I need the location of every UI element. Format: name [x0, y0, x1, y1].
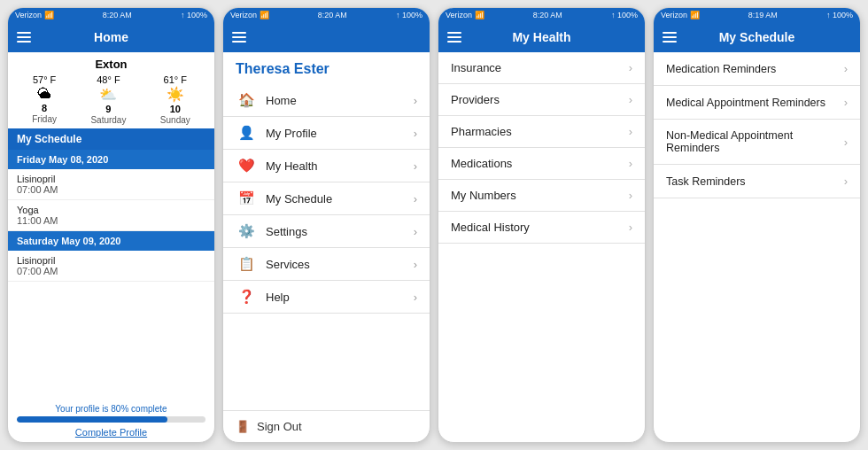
label-medications: Medications: [451, 157, 629, 170]
phone-myhealth: Verizon 📶 8:20 AM ↑ 100% My Health Insur…: [438, 7, 646, 443]
health-item-insurance[interactable]: Insurance ›: [438, 52, 645, 84]
schedule-date-1: Saturday May 09, 2020: [8, 231, 214, 251]
chevron-icon: ›: [414, 291, 417, 304]
status-time: 8:19 AM: [748, 11, 778, 19]
weather-day-1: 48° F ⛅ 9 Saturday: [90, 74, 126, 125]
health-item-providers[interactable]: Providers ›: [438, 84, 645, 116]
status-time: 8:20 AM: [533, 11, 562, 19]
schedule-item-lisinopril-sat: Lisinopril 07:00 AM: [8, 251, 214, 282]
health-header: My Health: [438, 22, 645, 52]
health-menu-list: Insurance › Providers › Pharmacies › Med…: [438, 52, 645, 442]
chevron-icon: ›: [414, 225, 417, 238]
menu-label-profile: My Profile: [266, 127, 414, 140]
chevron-icon: ›: [844, 175, 848, 188]
header-title: My Schedule: [719, 30, 795, 44]
reminder-medical-appt[interactable]: Medical Appointment Reminders ›: [654, 86, 860, 120]
menu-item-settings[interactable]: ⚙️ Settings ›: [223, 215, 430, 248]
chevron-icon: ›: [414, 258, 417, 271]
profile-progress-text: Your profile is 80% complete: [55, 404, 167, 414]
signout-icon: 🚪: [236, 420, 250, 433]
menu-item-home[interactable]: 🏠 Home ›: [223, 84, 430, 117]
chevron-icon: ›: [414, 127, 417, 140]
day-num-1: 9: [105, 104, 111, 114]
menu-item-schedule[interactable]: 📅 My Schedule ›: [223, 182, 430, 215]
services-icon: 📋: [236, 256, 257, 272]
weather-icon-2: ☀️: [167, 86, 184, 103]
menu-item-profile[interactable]: 👤 My Profile ›: [223, 117, 430, 150]
health-icon: ❤️: [236, 158, 257, 174]
status-bar-schedule: Verizon 📶 8:19 AM ↑ 100%: [654, 8, 860, 22]
weather-day-0: 57° F 🌥 8 Friday: [32, 74, 57, 125]
reminder-medication[interactable]: Medication Reminders ›: [654, 52, 860, 86]
weather-icon-1: ⛅: [99, 86, 117, 103]
menu-item-services[interactable]: 📋 Services ›: [223, 248, 430, 281]
day-num-0: 8: [42, 103, 47, 113]
label-task-reminders: Task Reminders: [666, 175, 844, 188]
city-name: Exton: [15, 58, 207, 71]
header-title: My Health: [512, 30, 570, 44]
home-icon: 🏠: [236, 92, 257, 108]
weather-icon-0: 🌥: [37, 86, 51, 102]
status-carrier: Verizon 📶: [230, 11, 269, 19]
status-battery: ↑ 100%: [611, 11, 638, 19]
label-medical-appt-reminders: Medical Appointment Reminders: [666, 97, 844, 109]
status-battery: ↑ 100%: [826, 11, 853, 19]
day-name-2: Sunday: [160, 115, 190, 125]
status-carrier: Verizon 📶: [446, 11, 484, 19]
temp-0: 57° F: [33, 74, 56, 85]
temp-1: 48° F: [97, 74, 120, 85]
sign-out-button[interactable]: 🚪 Sign Out: [223, 410, 430, 442]
schedule-icon: 📅: [236, 190, 257, 206]
settings-icon: ⚙️: [236, 223, 257, 239]
hamburger-menu[interactable]: [663, 32, 677, 43]
schedule-item-lisinopril-fri: Lisinopril 07:00 AM: [8, 169, 214, 200]
menu-item-health[interactable]: ❤️ My Health ›: [223, 150, 430, 182]
reminder-nonmedical-appt[interactable]: Non-Medical Appointment Reminders ›: [654, 120, 860, 165]
status-bar-home: Verizon 📶 8:20 AM ↑ 100%: [8, 8, 214, 22]
health-item-mynumbers[interactable]: My Numbers ›: [438, 180, 645, 212]
hamburger-menu[interactable]: [447, 32, 461, 43]
progress-bar-bg: [17, 416, 205, 423]
chevron-icon: ›: [844, 62, 848, 75]
my-schedule-header: My Schedule: [8, 128, 214, 150]
menu-label-services: Services: [266, 258, 414, 271]
health-item-medhistory[interactable]: Medical History ›: [438, 212, 645, 244]
phone-myschedule: Verizon 📶 8:19 AM ↑ 100% My Schedule Med…: [653, 7, 861, 443]
temp-2: 61° F: [164, 74, 187, 85]
menu-label-health: My Health: [266, 159, 414, 173]
status-battery: ↑ 100%: [181, 11, 207, 19]
profile-progress-section: Your profile is 80% complete: [8, 399, 214, 427]
chevron-icon: ›: [844, 136, 848, 149]
status-carrier: Verizon 📶: [661, 11, 700, 19]
label-pharmacies: Pharmacies: [451, 125, 629, 138]
weather-row: 57° F 🌥 8 Friday 48° F ⛅ 9 Saturday 61° …: [15, 74, 207, 125]
health-item-pharmacies[interactable]: Pharmacies ›: [438, 116, 645, 148]
reminder-task[interactable]: Task Reminders ›: [654, 165, 860, 198]
menu-list: 🏠 Home › 👤 My Profile › ❤️ My Health › 📅…: [223, 84, 430, 410]
health-item-medications[interactable]: Medications ›: [438, 148, 645, 180]
reminders-list: Medication Reminders › Medical Appointme…: [654, 52, 860, 442]
chevron-icon: ›: [629, 61, 632, 74]
chevron-icon: ›: [414, 159, 417, 173]
menu-item-help[interactable]: ❓ Help ›: [223, 281, 430, 314]
hamburger-menu[interactable]: [232, 32, 246, 43]
help-icon: ❓: [236, 289, 257, 305]
label-insurance: Insurance: [451, 61, 629, 74]
chevron-icon: ›: [414, 192, 417, 206]
label-providers: Providers: [451, 93, 629, 106]
hamburger-menu[interactable]: [17, 32, 31, 43]
chevron-icon: ›: [414, 94, 417, 107]
menu-label-settings: Settings: [266, 225, 414, 238]
chevron-icon: ›: [629, 93, 632, 106]
weather-section: Exton 57° F 🌥 8 Friday 48° F ⛅ 9 Saturda…: [8, 52, 214, 128]
header-title: Home: [94, 30, 128, 44]
menu-username: Theresa Ester: [223, 52, 430, 84]
home-header: Home: [8, 22, 214, 52]
complete-profile-link[interactable]: Complete Profile: [8, 427, 214, 442]
status-time: 8:20 AM: [103, 11, 132, 19]
status-bar-health: Verizon 📶 8:20 AM ↑ 100%: [438, 8, 645, 22]
menu-label-home: Home: [266, 94, 414, 107]
chevron-icon: ›: [629, 157, 632, 170]
schedule-list: Friday May 08, 2020 Lisinopril 07:00 AM …: [8, 150, 214, 399]
status-bar-menu: Verizon 📶 8:20 AM ↑ 100%: [223, 8, 430, 22]
